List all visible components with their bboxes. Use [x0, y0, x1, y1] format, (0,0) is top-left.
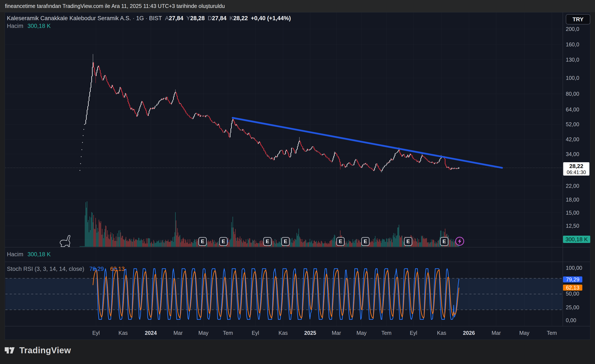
- time-axis-label: Kas: [278, 330, 288, 336]
- price-chart-canvas[interactable]: EEEEEEEE: [0, 0, 595, 364]
- price-axis-tick: 100,0: [566, 75, 579, 81]
- price-axis-tick: 15,00: [566, 210, 579, 216]
- hacim-pane-legend[interactable]: Hacim 300,18 K: [7, 251, 51, 258]
- interval-label[interactable]: 1G: [136, 15, 144, 21]
- dino-doodle: [60, 235, 70, 247]
- earnings-marker-letter: E: [364, 239, 367, 244]
- tradingview-logo-text: TradingView: [19, 345, 71, 355]
- price-axis-tick: 64,00: [566, 106, 579, 113]
- time-axis-label: 2025: [304, 330, 316, 336]
- time-axis-label: Tem: [547, 330, 557, 336]
- symbol-title[interactable]: Kaleseramik Canakkale Kalebodur Seramik …: [7, 15, 131, 21]
- bar-countdown: 06:41:30: [563, 170, 589, 175]
- time-axis-label: May: [519, 330, 529, 336]
- price-axis-tick: 130,0: [566, 57, 579, 63]
- ohlc-close-letter: K: [227, 15, 233, 21]
- earnings-marker-letter: E: [201, 239, 204, 244]
- tradingview-logo-icon: [5, 345, 16, 355]
- earnings-marker-letter: E: [339, 239, 342, 244]
- time-axis-label: Tem: [381, 330, 391, 336]
- time-axis-label: Mar: [491, 330, 501, 336]
- time-axis-label: Eyl: [92, 330, 100, 336]
- time-axis-label: Mar: [332, 330, 341, 336]
- screenshot-stage: fineancetime tarafından TradingView.com …: [0, 0, 595, 364]
- price-axis-tick: 52,00: [566, 121, 579, 128]
- candles-up: [85, 54, 460, 172]
- price-axis-tick: 22,00: [566, 183, 579, 189]
- volume-overlay-value: 300,18 K: [25, 23, 51, 29]
- ohlc-high-letter: Y: [184, 15, 190, 21]
- symbol-legend[interactable]: Kaleseramik Canakkale Kalebodur Seramik …: [7, 15, 291, 22]
- price-axis-tick: 80,00: [566, 91, 579, 97]
- time-axis-label: May: [198, 330, 208, 336]
- hacim-pane-value: 300,18 K: [25, 251, 51, 258]
- time-axis-label: Kas: [437, 330, 446, 336]
- stoch-d-value: 62,13: [106, 266, 125, 272]
- price-axis-tick: 18,00: [566, 197, 579, 203]
- price-axis-tick: 200,0: [566, 26, 579, 32]
- stoch-axis-tick: 100,00: [566, 265, 582, 271]
- change-value: +0,40 (+1,44%): [248, 15, 291, 21]
- descending-trendline-drawing[interactable]: [233, 118, 502, 168]
- time-axis-label: Eyl: [252, 330, 259, 336]
- stoch-pane-legend[interactable]: Stoch RSI (3, 3, 14, 14, close) 79,29 62…: [7, 266, 125, 272]
- time-axis-label: 2026: [463, 330, 475, 336]
- earnings-marker-letter: E: [406, 239, 410, 244]
- ohlc-close-value: 28,22: [233, 15, 248, 21]
- earnings-marker-letter: E: [442, 239, 446, 244]
- stoch-axis-tick: 0,00: [566, 317, 576, 323]
- stoch-title[interactable]: Stoch RSI (3, 3, 14, 14, close): [7, 266, 84, 272]
- ohlc-high-value: 28,28: [190, 15, 205, 21]
- tradingview-logo[interactable]: TradingView: [5, 345, 71, 355]
- ohlc-low-value: 27,84: [212, 15, 227, 21]
- pre-listing-dots: [80, 124, 85, 171]
- stoch-d-axis-badge: 62,13: [563, 285, 582, 291]
- hacim-pane-label[interactable]: Hacim: [7, 251, 23, 258]
- currency-toggle-button[interactable]: TRY: [566, 14, 590, 24]
- price-axis-tick: 160,0: [566, 41, 579, 48]
- time-axis-label: Mar: [173, 330, 183, 336]
- stoch-k-value: 79,29: [86, 266, 104, 272]
- ohlc-open-value: 27,84: [169, 15, 184, 21]
- volume-axis-badge: 300,18 K: [563, 236, 590, 243]
- price-axis-tick: 34,00: [566, 151, 579, 157]
- time-axis-label: May: [356, 330, 367, 336]
- earnings-marker-letter: E: [284, 239, 287, 244]
- earnings-marker-letter: E: [222, 239, 225, 244]
- ohlc-open-letter: A: [162, 15, 169, 21]
- ohlc-low-letter: D: [205, 15, 212, 21]
- time-axis-label: Kas: [118, 330, 128, 336]
- stoch-k-axis-badge: 79,29: [563, 276, 582, 282]
- time-axis-label: Tem: [223, 330, 233, 336]
- earnings-marker-letter: E: [266, 239, 269, 244]
- volume-overlay-label[interactable]: Hacim: [7, 23, 23, 29]
- last-price-label: 28,22 06:41:30: [563, 162, 589, 176]
- stoch-axis-tick: 25,00: [566, 304, 579, 310]
- last-price-value: 28,22: [563, 163, 589, 170]
- candles-down: [93, 62, 457, 171]
- volume-overlay-legend[interactable]: Hacim 300,18 K: [7, 23, 51, 29]
- exchange-label[interactable]: BIST: [149, 15, 162, 21]
- time-axis-label: 2024: [145, 330, 157, 336]
- price-axis-tick: 42,00: [566, 136, 579, 143]
- stoch-axis-tick: 50,00: [566, 291, 579, 297]
- price-axis-tick: 12,50: [566, 223, 579, 229]
- time-axis-label: Eyl: [410, 330, 417, 336]
